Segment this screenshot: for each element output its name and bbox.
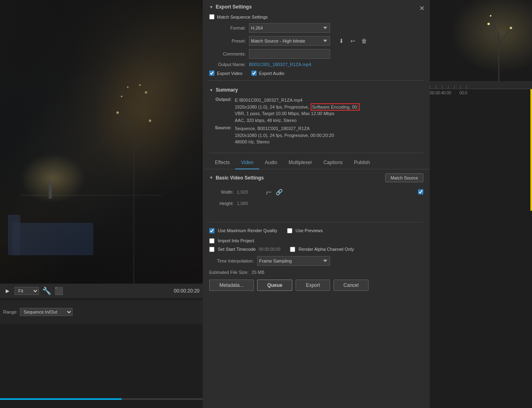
match-sequence-checkbox[interactable]	[209, 14, 215, 19]
timecode-value: 00:00:00:00	[259, 247, 281, 252]
render-quality-row: Use Maximum Render Quality Use Previews	[203, 225, 430, 237]
svg-point-2	[20, 154, 85, 203]
range-dropdown[interactable]: Sequence In/Out	[20, 308, 73, 316]
svg-rect-3	[49, 182, 52, 199]
wrench-icon[interactable]: 🔧	[42, 286, 51, 295]
preset-select[interactable]: Match Source - High bitrate	[249, 36, 330, 46]
summary-source-row: Source: Sequence, B001C001_180327_R1ZA 1…	[209, 125, 423, 145]
summary-title: Summary	[216, 87, 238, 93]
match-sequence-row: Match Sequence Settings	[203, 12, 430, 21]
file-size-row: Estimated File Size: 25 MB	[203, 268, 430, 276]
summary-content: Output: E:\B001C001_180327_R1ZA.mp4 1920…	[203, 95, 430, 150]
queue-button[interactable]: Queue	[257, 280, 292, 291]
height-value: 1,080	[237, 201, 261, 206]
fit-dropdown[interactable]: Fit	[15, 287, 39, 295]
export-settings-header: ▼ Export Settings	[203, 0, 430, 12]
tabs-bar: Effects Video Audio Multiplexer Captions…	[203, 156, 430, 169]
height-row: Height: 1,080	[203, 199, 430, 207]
export-settings-title: Export Settings	[216, 4, 252, 10]
svg-rect-16	[8, 215, 20, 255]
use-previews-checkbox[interactable]	[287, 228, 292, 233]
width-row: Width: 1,920 ⌐ 🔗	[203, 185, 430, 199]
use-max-render-label: Use Maximum Render Quality	[218, 228, 277, 233]
tab-video[interactable]: Video	[235, 156, 259, 169]
render-alpha-label: Render Alpha Channel Only	[298, 247, 354, 252]
import-project-row: Import Into Project	[203, 237, 430, 245]
match-sequence-label: Match Sequence Settings	[217, 15, 268, 19]
width-value: 1,920	[237, 190, 261, 194]
tab-audio[interactable]: Audio	[259, 156, 283, 169]
import-into-project-checkbox[interactable]	[209, 238, 215, 244]
svg-point-23	[487, 23, 490, 25]
format-select[interactable]: H.264	[249, 23, 330, 33]
output-name-link[interactable]: B001C001_180327_R1ZA.mp4	[249, 62, 311, 67]
export-frame-icon[interactable]: ⬛	[54, 286, 63, 295]
right-timeline-labels: 00:00:40:00 00:0	[430, 89, 532, 97]
right-panel: 00:00:40:00 00:0	[430, 0, 532, 408]
set-start-timecode-label: Set Start Timecode	[218, 247, 256, 252]
timeline-area	[0, 324, 203, 408]
height-label: Height:	[209, 201, 234, 206]
svg-rect-15	[12, 223, 93, 255]
preset-icons: ⬇ ↩ 🗑	[337, 36, 369, 46]
export-video-label: Export Video	[217, 71, 242, 76]
export-video-checkbox[interactable]	[209, 70, 215, 76]
set-start-timecode-checkbox[interactable]	[209, 247, 215, 252]
width-lock-checkbox[interactable]	[418, 189, 423, 194]
time-interpolation-label: Time Interpolation:	[209, 258, 254, 263]
summary-header: ▼ Summary	[203, 83, 430, 95]
link-dimensions-icon[interactable]: ⌐	[266, 186, 272, 198]
svg-point-11	[121, 96, 122, 97]
separator-2	[209, 153, 423, 153]
use-previews-label: Use Previews	[296, 228, 323, 233]
metadata-button[interactable]: Metadata...	[209, 280, 254, 291]
ruler-tick-6	[460, 85, 461, 89]
tab-multiplexer[interactable]: Multiplexer	[283, 156, 318, 169]
summary-output-key: Output:	[209, 97, 232, 124]
svg-point-10	[149, 120, 151, 122]
tab-publish[interactable]: Publish	[348, 156, 375, 169]
dialog-panel: ✕ ▼ Export Settings Match Sequence Setti…	[203, 0, 430, 408]
chevron-icon: ▼	[209, 5, 213, 9]
svg-point-12	[145, 91, 147, 94]
video-background	[0, 0, 203, 284]
ruler-tick-5	[454, 85, 455, 89]
ruler-tick-2	[436, 85, 436, 89]
frame-sampling-select[interactable]: Frame Sampling	[257, 256, 330, 266]
svg-point-13	[127, 86, 129, 88]
timeline-label-right: 00:0	[459, 91, 467, 95]
ruler-tick-1	[430, 85, 430, 89]
timeline-label-left: 00:00:40:00	[430, 91, 451, 95]
tab-captions[interactable]: Captions	[318, 156, 348, 169]
ruler-tick-7	[466, 85, 467, 89]
unlink-icon[interactable]: 🔗	[276, 189, 283, 195]
tab-effects[interactable]: Effects	[209, 156, 235, 169]
comments-label: Comments:	[209, 51, 246, 56]
right-timeline-ruler	[430, 81, 532, 89]
bvs-title: ▼ Basic Video Settings	[209, 175, 264, 181]
dialog-close-button[interactable]: ✕	[417, 3, 427, 13]
export-button[interactable]: Export	[296, 280, 330, 291]
save-preset-button[interactable]: ⬇	[337, 36, 346, 46]
spacer	[203, 207, 430, 220]
ruler-tick-3	[442, 85, 442, 89]
bvs-title-text: Basic Video Settings	[216, 175, 264, 181]
import-preset-button[interactable]: ↩	[348, 36, 358, 46]
play-button[interactable]: ▶	[3, 287, 11, 295]
video-timecode: 00:00:20:20	[174, 288, 200, 294]
left-panel: ▶ Fit 🔧 ⬛ 00:00:20:20 Range: Sequence In…	[0, 0, 203, 408]
delete-preset-button[interactable]: 🗑	[359, 36, 369, 46]
match-source-button[interactable]: Match Source	[385, 173, 423, 182]
highlight-box: Software Encoding, 00:	[311, 103, 360, 111]
export-checkboxes-row: Export Video Export Audio	[203, 68, 430, 78]
separator-1	[209, 80, 423, 81]
render-alpha-checkbox[interactable]	[290, 247, 295, 252]
cancel-button[interactable]: Cancel	[333, 280, 369, 291]
timeline-marker	[530, 89, 532, 211]
comments-input[interactable]	[249, 49, 330, 59]
width-label: Width:	[209, 190, 234, 194]
use-max-render-checkbox[interactable]	[209, 228, 215, 233]
comments-row: Comments:	[203, 47, 430, 60]
summary-chevron: ▼	[209, 88, 213, 92]
export-audio-checkbox[interactable]	[251, 70, 257, 76]
